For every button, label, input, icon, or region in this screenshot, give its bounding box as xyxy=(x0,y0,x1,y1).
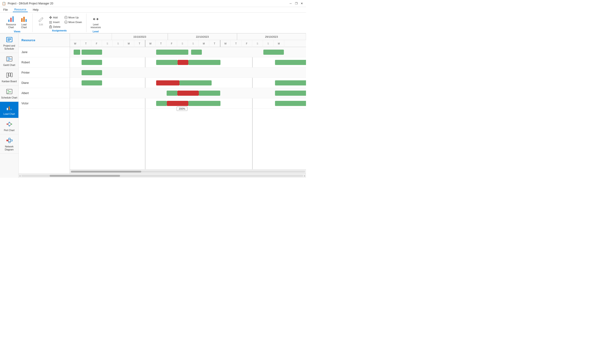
load-chart-button[interactable]: LoadChart xyxy=(18,14,30,30)
svg-line-48 xyxy=(8,141,9,142)
svg-rect-14 xyxy=(51,26,51,28)
resource-row-printer: Printer xyxy=(19,67,70,78)
sidebar-item-network-diagram[interactable]: Network Diagram xyxy=(0,134,18,154)
insert-button[interactable]: Insert xyxy=(48,20,62,24)
chart-content: Resource Jane Robert Printer Diane Alber… xyxy=(19,34,306,178)
svg-rect-1 xyxy=(10,18,12,22)
assignments-move-buttons: Move Up Move Down xyxy=(63,14,83,24)
ribbon-views-buttons: ResourceChart LoadChart xyxy=(5,14,30,30)
scroll-thumb[interactable] xyxy=(71,171,141,173)
gantt-row-printer xyxy=(70,67,306,78)
gantt-icon xyxy=(6,55,13,63)
resource-row-diane: Diane xyxy=(19,78,70,88)
add-button[interactable]: Add xyxy=(48,15,62,20)
day-W2: W xyxy=(145,40,156,47)
delete-button[interactable]: Delete xyxy=(48,25,62,29)
svg-rect-34 xyxy=(11,109,12,110)
day-T4: T xyxy=(209,40,220,47)
title-bar-title: Project - DlhSoft Project Manager 20 xyxy=(8,2,53,5)
menu-help[interactable]: Help xyxy=(31,8,40,12)
svg-rect-43 xyxy=(7,140,8,141)
pert-icon xyxy=(6,120,13,128)
svg-point-15 xyxy=(65,16,67,19)
minimize-button[interactable]: ─ xyxy=(288,1,293,6)
title-bar-controls: ─ ❐ ✕ xyxy=(288,1,304,6)
bar-albert-1 xyxy=(167,91,177,96)
scroll-track xyxy=(71,171,305,173)
menu-file[interactable]: File xyxy=(2,8,9,12)
bar-diane-3 xyxy=(275,80,306,85)
svg-rect-30 xyxy=(8,91,11,92)
restore-button[interactable]: ❐ xyxy=(294,1,299,6)
svg-rect-33 xyxy=(9,106,10,110)
gantt-area: 15/10/2023 22/10/2023 29/10/2023 W T F S… xyxy=(70,34,306,173)
svg-rect-8 xyxy=(49,21,52,22)
tooltip-200: 200% xyxy=(177,107,187,111)
svg-line-39 xyxy=(8,123,9,124)
sidebar-project-schedule-label: Project and Schedule xyxy=(1,44,17,50)
svg-rect-46 xyxy=(11,140,12,141)
gantt-scroll-bar[interactable] xyxy=(70,169,306,173)
svg-point-37 xyxy=(9,125,10,127)
svg-rect-22 xyxy=(7,58,10,58)
day-row: W T F S S M T W T F S S M T W xyxy=(70,40,306,47)
ribbon-assignments-buttons: Edit Add Insert Delete xyxy=(35,14,83,29)
bar-jane-3 xyxy=(156,50,188,55)
scroll-left-button[interactable]: ‹ xyxy=(20,174,21,177)
bar-diane-red xyxy=(156,80,179,85)
bar-diane-2 xyxy=(179,80,212,85)
svg-rect-11 xyxy=(49,26,52,28)
kanban-icon xyxy=(6,71,13,79)
svg-rect-10 xyxy=(49,23,52,24)
sidebar-schedule-label: Schedule Chart xyxy=(1,96,17,99)
sidebar-item-project-schedule[interactable]: Project and Schedule xyxy=(0,34,18,53)
ribbon-group-assignments: Edit Add Insert Delete xyxy=(33,13,86,32)
edit-label: Edit xyxy=(39,23,43,26)
edit-button[interactable]: Edit xyxy=(35,14,47,27)
bar-victor-3 xyxy=(275,101,306,106)
sidebar-item-pert-chart[interactable]: Pert Chart xyxy=(0,118,18,134)
day-T3: T xyxy=(156,40,166,47)
sidebar-item-schedule-chart[interactable]: Schedule Chart xyxy=(0,85,18,102)
svg-rect-3 xyxy=(21,18,23,22)
move-up-button[interactable]: Move Up xyxy=(63,15,83,20)
svg-rect-2 xyxy=(12,16,14,22)
bar-albert-3 xyxy=(275,91,306,96)
day-S1: S xyxy=(102,40,113,47)
svg-rect-12 xyxy=(50,25,51,26)
svg-rect-9 xyxy=(49,22,52,23)
level-group-label: Level xyxy=(93,30,99,33)
load-chart-label: LoadChart xyxy=(21,23,27,29)
scroll-right-button[interactable]: › xyxy=(304,174,305,177)
sidebar-load-chart-label: Load Chart xyxy=(3,113,15,116)
sidebar-item-load-chart[interactable]: Load Chart xyxy=(0,102,18,118)
sidebar-kanban-label: Kanban Board xyxy=(2,80,17,83)
sidebar-item-gantt-chart[interactable]: Gantt Chart xyxy=(0,53,18,69)
sidebar-item-kanban-board[interactable]: Kanban Board xyxy=(0,69,18,85)
bottom-scroll-thumb[interactable] xyxy=(50,175,120,177)
svg-rect-25 xyxy=(7,73,8,78)
svg-rect-20 xyxy=(7,40,10,41)
move-up-label: Move Up xyxy=(68,16,79,19)
sidebar-pert-label: Pert Chart xyxy=(4,129,15,132)
level-resources-label: Levelresources xyxy=(91,23,101,29)
level-resources-button[interactable]: Levelresources xyxy=(89,14,102,30)
resource-chart-button[interactable]: ResourceChart xyxy=(5,14,17,30)
menu-bar: File Resource Help xyxy=(0,7,306,13)
move-down-button[interactable]: Move Down xyxy=(63,20,83,24)
bar-printer-1 xyxy=(81,70,102,75)
bottom-scroll-track xyxy=(21,175,303,177)
svg-rect-26 xyxy=(9,73,10,76)
main-scroll-bar[interactable]: ‹ › xyxy=(19,173,306,178)
date-label-3: 29/10/2023 xyxy=(237,34,306,40)
bar-robert-red xyxy=(178,60,188,65)
svg-rect-0 xyxy=(8,20,10,22)
load-chart-icon xyxy=(20,15,28,23)
close-button[interactable]: ✕ xyxy=(299,1,304,6)
menu-resource[interactable]: Resource xyxy=(13,7,27,12)
day-F3: F xyxy=(241,40,252,47)
day-W1: W xyxy=(70,40,81,47)
date-label-1: 15/10/2023 xyxy=(112,34,168,40)
day-M2: M xyxy=(199,40,209,47)
svg-rect-44 xyxy=(9,138,10,140)
